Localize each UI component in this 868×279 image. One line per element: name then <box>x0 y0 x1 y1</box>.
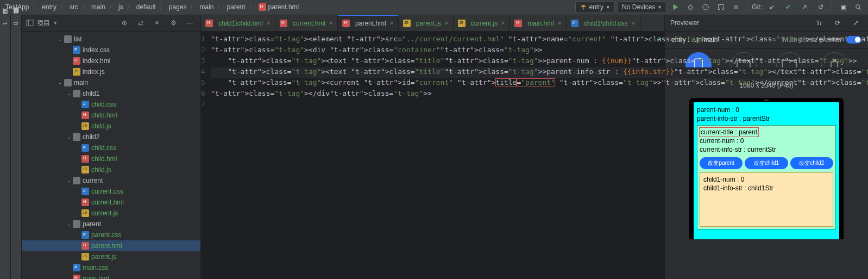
editor-tab[interactable]: parent.hml✕ <box>338 15 399 31</box>
top-toolbar: TestApp〉entry〉src〉main〉js〉default〉pages〉… <box>0 0 868 15</box>
change-parent-button[interactable]: 改变parent <box>700 157 743 169</box>
code-editor[interactable]: 1234567 "t-attr">class="t-tag"><element … <box>201 32 664 279</box>
code-line[interactable]: "t-attr">class="t-tag"><current "t-attr"… <box>211 78 868 89</box>
file-node[interactable]: child.hml <box>22 110 200 121</box>
node-label: main <box>74 79 88 86</box>
search-icon[interactable] <box>852 1 865 13</box>
hammer-icon <box>580 4 587 10</box>
refresh-icon[interactable]: ⟳ <box>831 17 844 29</box>
git-history-icon[interactable]: ↺ <box>814 1 827 13</box>
debug-button[interactable] <box>684 1 697 13</box>
file-node[interactable]: index.js <box>22 66 200 77</box>
breadcrumb-item[interactable]: entry <box>40 3 59 11</box>
svg-rect-6 <box>27 20 33 26</box>
code-line[interactable]: "t-attr">class="t-tag"><element "t-attr"… <box>211 35 868 46</box>
hide-icon[interactable]: — <box>183 17 196 29</box>
file-node[interactable]: child.css <box>22 99 200 110</box>
run-config-dropdown[interactable]: entry ▼ <box>575 1 615 13</box>
file-node[interactable]: child.hml <box>22 153 200 164</box>
project-tree[interactable]: ⌄listindex.cssindex.hmlindex.js⌄main⌄chi… <box>22 32 200 279</box>
project-view-icon[interactable] <box>26 20 34 26</box>
project-tree-panel: 项目 ▼ ⊕ ⇄ ✶ ⚙ — ⌄listindex.cssindex.hmlin… <box>22 15 201 279</box>
close-tab-icon[interactable]: ✕ <box>501 20 505 26</box>
attach-button[interactable] <box>714 1 727 13</box>
expand-icon[interactable]: ⇄ <box>134 17 147 29</box>
file-node[interactable]: parent.js <box>22 251 200 262</box>
change-child1-button[interactable]: 改变child1 <box>745 157 788 169</box>
breadcrumb-item[interactable]: main <box>89 3 108 11</box>
file-node[interactable]: child.js <box>22 121 200 132</box>
code-line[interactable]: "t-attr">class="t-tag"><div "t-attr">cla… <box>211 46 868 57</box>
editor-tab[interactable]: current.js✕ <box>454 16 510 31</box>
left-gutter-2[interactable]: 0: 提交对话框 <box>11 15 22 279</box>
code-line[interactable]: "t-attr">class="t-tag"><text "t-attr">cl… <box>211 57 868 67</box>
screen-text: child1-num : 0 <box>703 175 829 184</box>
file-node[interactable]: current.css <box>22 186 200 197</box>
breadcrumb-item[interactable]: parent <box>224 3 247 11</box>
file-node[interactable]: index.css <box>22 45 200 55</box>
file-node[interactable]: parent.css <box>22 230 200 240</box>
editor-tab[interactable]: parent.js✕ <box>399 16 454 31</box>
hml-file-icon <box>342 20 350 27</box>
file-node[interactable]: main.css <box>22 262 200 273</box>
locate-icon[interactable]: ⊕ <box>118 17 131 29</box>
editor-tab[interactable]: main.hml✕ <box>510 16 567 31</box>
overflow-icon[interactable]: ▣ <box>836 1 850 13</box>
settings-icon[interactable]: ⚙ <box>167 17 180 29</box>
git-commit-icon[interactable]: ✔ <box>782 1 795 13</box>
font-icon[interactable]: Tr <box>813 17 826 29</box>
breadcrumb-item[interactable]: default <box>134 3 158 11</box>
stop-button[interactable] <box>729 1 743 13</box>
file-node[interactable]: parent.hml <box>22 240 200 251</box>
close-tab-icon[interactable]: ✕ <box>389 20 394 26</box>
change-child2-button[interactable]: 改变child2 <box>790 157 833 169</box>
breadcrumb-item[interactable]: TestApp <box>3 3 31 11</box>
device-dropdown[interactable]: No Devices ▼ <box>617 1 666 13</box>
folder-node[interactable]: ⌄child2 <box>22 132 200 142</box>
close-tab-icon[interactable]: ✕ <box>444 20 449 26</box>
close-tab-icon[interactable]: ✕ <box>631 20 636 26</box>
node-label: list <box>74 35 82 43</box>
run-button[interactable] <box>669 1 682 13</box>
file-node[interactable]: current.hml <box>22 197 200 208</box>
folder-node[interactable]: ⌄current <box>22 175 200 186</box>
close-tab-icon[interactable]: ✕ <box>266 20 271 26</box>
collapse-icon[interactable]: ✶ <box>150 17 163 29</box>
file-node[interactable]: current.js <box>22 208 200 219</box>
file-node[interactable]: child.css <box>22 142 200 153</box>
close-tab-icon[interactable]: ✕ <box>557 20 562 26</box>
breadcrumb-item[interactable]: src <box>67 3 80 11</box>
breadcrumb-item[interactable]: pages <box>167 3 189 11</box>
left-gutter-1[interactable]: 1: 项目 <box>0 15 11 279</box>
git-push-icon[interactable]: ↗ <box>798 1 811 13</box>
collapse-icon[interactable]: ⤢ <box>850 17 863 29</box>
child1-card: child1-num : 0 child1-info-str : child1S… <box>700 172 833 227</box>
phone-screen[interactable]: parent-num : 0 parent-info-str : parentS… <box>694 102 839 239</box>
separator <box>747 2 747 12</box>
folder-node[interactable]: ⌄main <box>22 77 200 88</box>
editor-tab[interactable]: current.hml✕ <box>275 16 338 31</box>
file-node[interactable]: child.js <box>22 164 200 175</box>
folder-node[interactable]: ⌄list <box>22 34 200 45</box>
folder-node[interactable]: ⌄child1 <box>22 88 200 99</box>
previewer-title: Previewer <box>670 19 699 27</box>
file-node[interactable]: index.hml <box>22 55 200 66</box>
editor-tab[interactable]: child1\child.hml✕ <box>201 16 275 31</box>
git-update-icon[interactable]: ↙ <box>765 1 778 13</box>
code-line[interactable]: "t-attr">class="t-tag"><text "t-attr">cl… <box>211 67 868 78</box>
profiler-button[interactable] <box>699 1 712 13</box>
file-node[interactable]: main.hml <box>22 273 200 279</box>
multi-device-toggle[interactable] <box>846 36 861 44</box>
close-tab-icon[interactable]: ✕ <box>329 20 333 26</box>
analysis-ok-icon: ✔ <box>657 35 661 43</box>
screen-text: parent-info-str : parentStr <box>697 114 836 123</box>
editor-tab[interactable]: child1\child.css✕ <box>567 16 640 31</box>
breadcrumb-item[interactable]: main <box>197 3 216 11</box>
breadcrumb-item[interactable]: parent.hml <box>256 3 301 11</box>
run-config-label: entry <box>589 3 603 11</box>
toolbar-right: entry ▼ No Devices ▼ Git: ↙ ✔ ↗ ↺ <box>575 1 865 13</box>
folder-node[interactable]: ⌄parent <box>22 219 200 230</box>
separator <box>832 2 832 12</box>
hml-icon <box>81 155 89 163</box>
breadcrumb-item[interactable]: js <box>116 3 125 11</box>
